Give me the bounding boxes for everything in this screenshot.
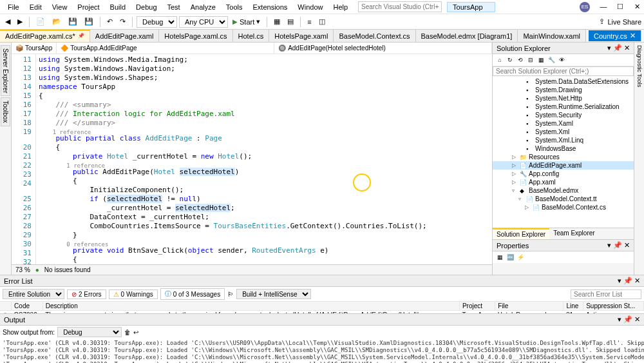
error-table[interactable]: CodeDescriptionProjectFileLineSuppressio… (0, 302, 644, 313)
refresh-button[interactable]: ↻ (506, 55, 515, 64)
right-tool-strip: Diagnostic Tools (634, 43, 644, 275)
toolbar-btn-3[interactable]: ≡ (305, 17, 314, 27)
toolbar-btn-2[interactable]: ▤ (285, 16, 296, 27)
tree-item[interactable]: ▪System.Data.DataSetExtensions (493, 77, 634, 86)
menu-debug[interactable]: Debug (131, 2, 162, 12)
menu-view[interactable]: View (47, 2, 73, 12)
output-wrap-button[interactable]: ↩ (133, 329, 138, 336)
undo-button[interactable]: ↶ (104, 16, 115, 27)
error-row[interactable]: ⊘CS7036There is no argument given that c… (0, 311, 644, 314)
zoom-level[interactable]: 73 % (15, 266, 30, 273)
tab-addeditpage-cs[interactable]: AddEditPage.xaml.cs*📌 (0, 30, 90, 42)
menu-project[interactable]: Project (72, 2, 104, 12)
properties-button[interactable]: 🔧 (547, 55, 556, 64)
close-icon[interactable]: ✕ (632, 3, 641, 11)
tab-country-preview[interactable]: Country.cs ✕ (589, 30, 641, 41)
tree-item[interactable]: ▪System.Xml.Linq (493, 136, 634, 144)
tab-hotelspage-cs[interactable]: HotelsPage.xaml.cs (159, 30, 232, 42)
error-search-input[interactable] (571, 289, 641, 299)
live-share-button[interactable]: ⇪ Live Share (599, 17, 641, 26)
error-list-panel: Error List ▾ 📌 ✕ Entire Solution ⊘ 2 Err… (0, 275, 644, 313)
show-all-button[interactable]: ▦ (536, 55, 545, 64)
save-button[interactable]: 💾 (66, 16, 80, 27)
start-debug-button[interactable]: ▶ Start ▾ (230, 16, 263, 27)
menu-test[interactable]: Test (162, 2, 185, 12)
warnings-filter[interactable]: ⚠ 0 Warnings (109, 289, 158, 299)
tree-item[interactable]: ▪System.Drawing (493, 86, 634, 94)
error-source-selector[interactable]: Build + IntelliSense (236, 289, 311, 299)
toolbar-btn-4[interactable]: ◫ (316, 16, 328, 27)
tab-hotelspage-xaml[interactable]: HotelsPage.xaml (269, 30, 334, 42)
menu-help[interactable]: Help (328, 2, 353, 12)
team-explorer-tab[interactable]: Team Explorer (549, 228, 598, 239)
tree-item[interactable]: ▪System.Xml (493, 128, 634, 136)
nav-project[interactable]: 📦 ToursApp (12, 43, 57, 54)
tab-hotel-cs[interactable]: Hotel.cs (233, 30, 270, 42)
code-editor[interactable]: 1112131415161718192021222324252627282930… (12, 54, 492, 264)
menu-build[interactable]: Build (105, 2, 131, 12)
nav-back-button[interactable]: ◀ (3, 16, 13, 27)
errors-filter[interactable]: ⊘ 2 Errors (67, 289, 106, 299)
redo-button[interactable]: ↷ (117, 16, 128, 27)
clear-filter-button[interactable]: 🏳 (227, 291, 234, 298)
sync-button[interactable]: ⟲ (516, 55, 525, 64)
preview-button[interactable]: 👁 (557, 55, 566, 64)
alpha-sort-button[interactable]: 🔤 (506, 253, 515, 262)
props-close[interactable]: ▾ 📌 ✕ (607, 241, 630, 250)
solution-search-input[interactable] (493, 66, 634, 76)
tree-item[interactable]: ▪System.Security (493, 111, 634, 119)
output-text[interactable]: 'ToursApp.exe' (CLR v4.0.30319: ToursApp… (0, 338, 644, 363)
menu-tools[interactable]: Tools (221, 2, 248, 12)
solution-tree[interactable]: ▪System.Data.DataSetExtensions▪System.Dr… (493, 76, 634, 228)
tree-item[interactable]: ▿◆BaseModel.edmx (493, 186, 634, 195)
server-explorer-tab[interactable]: Server Explorer (1, 45, 10, 96)
menu-edit[interactable]: Edit (24, 2, 47, 12)
tree-item[interactable]: ▿📄BaseModel.Context.tt (493, 195, 634, 203)
collapse-button[interactable]: ⊟ (526, 55, 535, 64)
tree-item[interactable]: ▷📁Resources (493, 153, 634, 161)
platform-selector[interactable]: Any CPU (179, 16, 228, 28)
search-input[interactable] (358, 1, 442, 12)
error-scope-selector[interactable]: Entire Solution (3, 289, 64, 299)
config-selector[interactable]: Debug (137, 16, 177, 28)
tree-item[interactable]: ▪WindowsBase (493, 144, 634, 153)
menu-window[interactable]: Window (292, 2, 328, 12)
close-tab-icon[interactable]: ✕ (630, 32, 636, 40)
diagnostic-tools-tab[interactable]: Diagnostic Tools (636, 43, 643, 90)
new-project-button[interactable]: 📄 (33, 16, 48, 27)
tab-basemodel-context[interactable]: BaseModel.Context.cs (334, 30, 415, 42)
output-clear-button[interactable]: 🗑 (124, 329, 131, 336)
share-icon: ⇪ (599, 17, 605, 26)
toolbox-tab[interactable]: Toolbox (1, 97, 10, 126)
props-events-button[interactable]: ⚡ (516, 253, 525, 262)
tree-item[interactable]: ▪System.Xaml (493, 119, 634, 128)
solution-selector[interactable]: ToursApp (447, 2, 495, 12)
solution-explorer-tab[interactable]: Solution Explorer (493, 228, 549, 239)
tree-item[interactable]: ▪System.Runtime.Serialization (493, 103, 634, 111)
tree-item[interactable]: ▷📄App.xaml (493, 178, 634, 186)
tab-addeditpage-xaml[interactable]: AddEditPage.xaml (90, 30, 160, 42)
save-all-button[interactable]: 💾 (82, 16, 96, 27)
tab-mainwindow[interactable]: MainWindow.xaml (518, 30, 586, 42)
menu-extensions[interactable]: Extensions (248, 2, 293, 12)
menu-file[interactable]: File (3, 2, 24, 12)
tree-item[interactable]: ▷📄AddEditPage.xaml (493, 161, 634, 170)
nav-fwd-button[interactable]: ▶ (15, 16, 25, 27)
tab-basemodel-edmx[interactable]: BaseModel.edmx [Diagram1] (416, 30, 518, 42)
nav-member[interactable]: 🔘 AddEditPage(Hotel selectedHotel) (274, 43, 492, 54)
tree-item[interactable]: ▷🔧App.config (493, 170, 634, 178)
minimize-icon[interactable]: — (599, 3, 608, 11)
menu-analyze[interactable]: Analyze (185, 2, 221, 12)
open-button[interactable]: 📂 (50, 16, 64, 27)
tree-item[interactable]: ▷📄BaseModel.Context.cs (493, 203, 634, 211)
user-avatar[interactable]: ES (580, 2, 590, 12)
maximize-icon[interactable]: ☐ (616, 3, 625, 11)
nav-namespace[interactable]: 🔶 ToursApp.AddEditPage (57, 43, 274, 54)
toolbar-btn-1[interactable]: ▦ (271, 16, 283, 27)
output-source-selector[interactable]: Debug (57, 327, 122, 337)
categorize-button[interactable]: ▦ (495, 253, 504, 262)
panel-pin-icon[interactable]: ▾ 📌 ✕ (607, 44, 630, 52)
home-button[interactable]: ⌂ (495, 55, 504, 64)
tree-item[interactable]: ▪System.Net.Http (493, 94, 634, 103)
messages-filter[interactable]: ⓘ 0 of 3 Messages (160, 288, 225, 300)
